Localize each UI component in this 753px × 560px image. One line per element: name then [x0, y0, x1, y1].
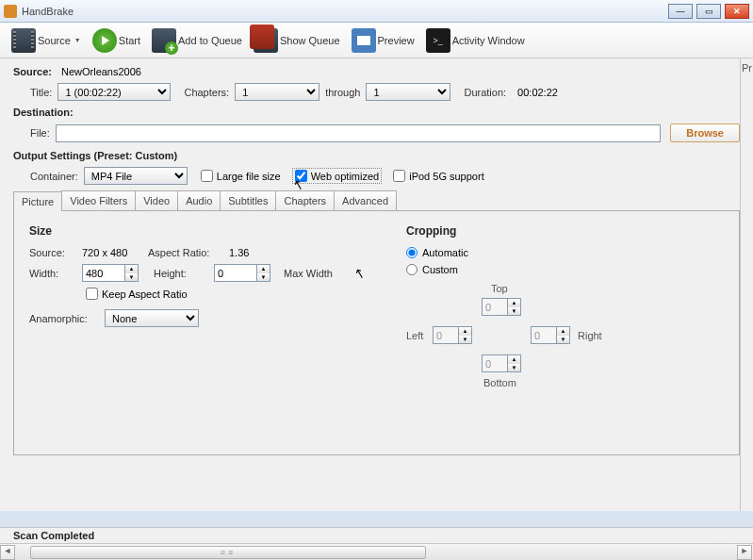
chevron-down-icon: ▼ [74, 37, 81, 43]
window-title: HandBrake [22, 6, 74, 17]
tabs: Picture Video Filters Video Audio Subtit… [13, 190, 740, 210]
crop-custom-radio[interactable]: Custom [406, 264, 727, 275]
crop-left-spinner: ▲▼ [433, 326, 472, 344]
output-settings-heading: Output Settings (Preset: Custom) [13, 150, 740, 161]
file-input[interactable] [56, 124, 661, 142]
play-icon [92, 28, 117, 53]
tab-audio[interactable]: Audio [177, 190, 221, 210]
size-source-value: 720 x 480 [82, 247, 148, 258]
show-queue-label: Show Queue [280, 35, 340, 46]
cursor-icon [293, 177, 308, 192]
window-titlebar: HandBrake — ▭ ✕ [0, 0, 753, 23]
chapter-from-select[interactable]: 1 [235, 83, 319, 101]
activity-label: Activity Window [452, 35, 525, 46]
size-source-label: Source: [29, 247, 76, 258]
start-button[interactable]: Start [89, 26, 144, 55]
height-spinner[interactable]: ▲▼ [214, 264, 270, 282]
cropping-heading: Cropping [406, 224, 727, 238]
add-queue-button[interactable]: + Add to Queue [148, 26, 246, 55]
left-label: Left [406, 330, 423, 341]
presets-panel-collapsed[interactable]: Pr [740, 58, 753, 511]
preview-icon [352, 28, 376, 53]
source-label: Source [38, 35, 71, 46]
queue-stack-icon [254, 28, 278, 53]
container-select[interactable]: MP4 File [84, 167, 188, 185]
tab-picture[interactable]: Picture [13, 191, 62, 211]
duration-value: 00:02:22 [517, 87, 558, 98]
chapters-label: Chapters: [184, 87, 229, 98]
toolbar: Source ▼ Start + Add to Queue Show Queue… [0, 23, 753, 58]
height-label: Height: [154, 268, 208, 279]
scroll-thumb[interactable]: ≡≡ [30, 546, 426, 559]
start-label: Start [119, 35, 140, 46]
size-heading: Size [29, 224, 350, 238]
tab-content: Size Source: 720 x 480 Aspect Ratio: 1.3… [13, 210, 740, 455]
terminal-icon [426, 28, 450, 53]
tab-subtitles[interactable]: Subtitles [220, 190, 276, 210]
activity-button[interactable]: Activity Window [422, 26, 529, 55]
crop-right-spinner: ▲▼ [531, 326, 570, 344]
anamorphic-select[interactable]: None [105, 309, 199, 327]
source-button[interactable]: Source ▼ [8, 26, 85, 55]
main-panel: Source: NewOrleans2006 Title: 1 (00:02:2… [0, 58, 753, 511]
status-text: Scan Completed [13, 530, 94, 541]
top-label: Top [491, 283, 508, 294]
show-queue-button[interactable]: Show Queue [250, 26, 344, 55]
add-queue-label: Add to Queue [178, 35, 242, 46]
file-label: File: [30, 127, 50, 139]
size-section: Size Source: 720 x 480 Aspect Ratio: 1.3… [29, 224, 350, 441]
crop-auto-radio[interactable]: Automatic [406, 247, 727, 258]
title-label: Title: [30, 87, 52, 98]
queue-add-icon: + [152, 28, 176, 53]
scroll-right-arrow[interactable]: ► [737, 545, 752, 560]
ipod-5g-checkbox[interactable]: iPod 5G support [393, 170, 484, 182]
browse-button[interactable]: Browse [670, 124, 740, 142]
close-button[interactable]: ✕ [725, 4, 749, 19]
tab-video-filters[interactable]: Video Filters [61, 190, 136, 210]
source-heading: Source: [13, 66, 52, 77]
maximize-button[interactable]: ▭ [696, 4, 721, 19]
crop-bottom-spinner: ▲▼ [482, 354, 521, 372]
scroll-left-arrow[interactable]: ◄ [0, 545, 15, 560]
cropping-section: Cropping Automatic Custom Top ▲▼ Left ▲▼… [406, 224, 727, 441]
crop-top-spinner: ▲▼ [482, 298, 521, 316]
bottom-label: Bottom [483, 377, 516, 388]
cursor-icon-2 [354, 266, 369, 281]
large-file-checkbox[interactable]: Large file size [201, 170, 281, 182]
title-select[interactable]: 1 (00:02:22) [57, 83, 171, 101]
aspect-value: 1.36 [229, 247, 249, 258]
through-label: through [325, 87, 360, 98]
tab-advanced[interactable]: Advanced [334, 190, 397, 210]
preview-button[interactable]: Preview [348, 26, 418, 55]
source-value: NewOrleans2006 [61, 66, 141, 77]
max-width-label: Max Width [284, 268, 333, 279]
preview-label: Preview [378, 35, 415, 46]
container-label: Container: [30, 171, 78, 182]
duration-label: Duration: [464, 87, 506, 98]
presets-hint: Pr [741, 62, 753, 74]
status-bar: Scan Completed [0, 527, 753, 543]
chapter-to-select[interactable]: 1 [366, 83, 450, 101]
width-label: Width: [29, 268, 76, 279]
minimize-button[interactable]: — [668, 4, 693, 19]
aspect-label: Aspect Ratio: [148, 247, 223, 258]
film-icon [11, 28, 36, 53]
horizontal-scrollbar[interactable]: ◄ ≡≡ ► [0, 543, 753, 560]
tab-chapters[interactable]: Chapters [275, 190, 335, 210]
width-spinner[interactable]: ▲▼ [82, 264, 139, 282]
anamorphic-label: Anamorphic: [29, 313, 99, 324]
keep-aspect-checkbox[interactable]: Keep Aspect Ratio [86, 288, 188, 300]
tab-video[interactable]: Video [135, 190, 178, 210]
right-label: Right [578, 330, 602, 341]
handbrake-icon [4, 5, 17, 18]
destination-heading: Destination: [13, 107, 740, 118]
